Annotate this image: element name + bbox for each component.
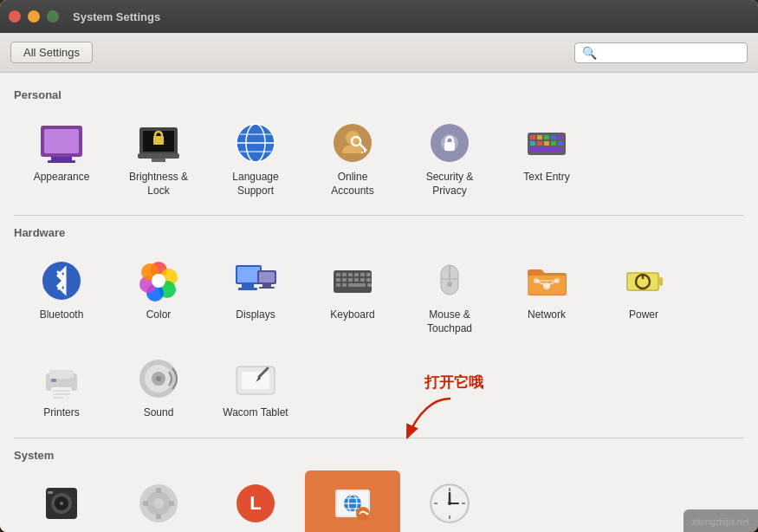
watermark-text: xitongzhijia.net: [692, 517, 749, 527]
svg-rect-54: [259, 287, 275, 289]
system-settings-window: System Settings All Settings 🔍 Personal: [0, 0, 758, 532]
svg-rect-91: [53, 390, 70, 392]
personal-section-grid: Appearance Brightn: [14, 110, 744, 206]
text-entry-icon: [524, 120, 569, 165]
language-support-item[interactable]: LanguageSupport: [208, 110, 303, 206]
svg-rect-29: [551, 135, 556, 139]
sound-item[interactable]: Sound: [111, 346, 206, 429]
backups-icon: [39, 481, 84, 526]
hardware-section-label: Hardware: [14, 226, 744, 239]
wacom-tablet-item[interactable]: Wacom Tablet: [208, 346, 303, 429]
security-privacy-item[interactable]: Security &Privacy: [402, 110, 497, 206]
network-item[interactable]: Network: [499, 248, 594, 344]
svg-rect-70: [348, 283, 366, 287]
svg-rect-63: [342, 278, 347, 282]
network-label: Network: [528, 308, 566, 322]
hardware-system-divider: [14, 438, 744, 438]
svg-rect-64: [348, 278, 353, 282]
all-settings-button[interactable]: All Settings: [10, 42, 93, 63]
svg-rect-59: [354, 273, 359, 276]
printers-icon: [39, 356, 84, 401]
brightness-lock-item[interactable]: Brightness &Lock: [111, 110, 206, 206]
backups-item[interactable]: Backups: [14, 470, 109, 532]
svg-rect-27: [537, 135, 542, 139]
svg-rect-68: [336, 283, 340, 287]
printers-item[interactable]: Printers: [14, 346, 109, 429]
displays-label: Displays: [236, 308, 275, 322]
mouse-touchpad-icon: [427, 258, 472, 303]
security-privacy-icon: [427, 120, 472, 165]
mouse-touchpad-item[interactable]: Mouse &Touchpad: [402, 248, 497, 344]
displays-icon: [233, 258, 278, 303]
displays-item[interactable]: Displays: [208, 248, 303, 344]
minimize-button[interactable]: [28, 10, 40, 23]
color-item[interactable]: Color: [111, 248, 206, 344]
maximize-button[interactable]: [47, 10, 59, 23]
brightness-lock-label: Brightness &Lock: [129, 171, 188, 198]
svg-rect-30: [558, 135, 563, 139]
svg-rect-92: [53, 393, 70, 395]
svg-rect-1: [44, 129, 79, 153]
printers-label: Printers: [43, 406, 79, 420]
svg-rect-66: [360, 278, 365, 282]
appearance-item[interactable]: Appearance: [14, 110, 109, 206]
svg-point-98: [156, 376, 161, 381]
sound-label: Sound: [144, 406, 174, 420]
wacom-tablet-label: Wacom Tablet: [223, 406, 288, 420]
personal-hardware-divider: [14, 215, 744, 216]
svg-rect-34: [551, 141, 556, 146]
svg-rect-61: [366, 273, 371, 276]
watermark: xitongzhijia.net: [683, 509, 758, 532]
content-area: Personal Appearance: [0, 73, 758, 532]
svg-rect-2: [51, 157, 72, 160]
svg-point-134: [448, 502, 451, 505]
software-updates-item[interactable]: Software &Updates: [305, 470, 400, 532]
svg-rect-56: [336, 273, 340, 276]
svg-rect-107: [48, 491, 53, 494]
window-title: System Settings: [73, 10, 749, 23]
text-entry-label: Text Entry: [523, 171, 569, 185]
landscape-service-item[interactable]: L LandscapeService: [208, 470, 303, 532]
svg-rect-26: [530, 135, 535, 139]
svg-rect-6: [138, 153, 179, 159]
time-date-icon: [427, 481, 472, 526]
svg-rect-89: [49, 370, 74, 379]
keyboard-item[interactable]: Keyboard: [305, 248, 400, 344]
power-item[interactable]: Power: [596, 248, 691, 344]
svg-rect-62: [336, 278, 340, 282]
svg-rect-36: [530, 147, 563, 152]
mouse-touchpad-label: Mouse &Touchpad: [427, 308, 472, 335]
online-accounts-icon: [330, 120, 375, 165]
svg-rect-94: [51, 379, 56, 382]
titlebar: System Settings: [0, 0, 758, 33]
system-section-grid: Backups: [14, 470, 744, 532]
svg-rect-3: [48, 160, 75, 163]
toolbar: All Settings 🔍: [0, 33, 758, 73]
color-label: Color: [146, 308, 172, 322]
search-input[interactable]: [602, 46, 741, 59]
svg-rect-111: [156, 488, 161, 493]
wacom-tablet-icon: [233, 356, 278, 401]
svg-rect-24: [444, 142, 455, 151]
brightness-lock-icon: [136, 120, 181, 165]
time-date-item[interactable]: Time & Date: [402, 470, 497, 532]
svg-rect-100: [242, 372, 269, 389]
text-entry-item[interactable]: Text Entry: [499, 110, 594, 206]
online-accounts-label: OnlineAccounts: [331, 171, 373, 198]
svg-rect-58: [348, 273, 353, 276]
close-button[interactable]: [9, 10, 21, 23]
svg-rect-114: [169, 501, 174, 506]
language-support-label: LanguageSupport: [232, 171, 278, 198]
svg-rect-113: [143, 501, 148, 506]
svg-rect-49: [242, 284, 254, 288]
appearance-label: Appearance: [34, 171, 90, 185]
bluetooth-icon: [39, 258, 84, 303]
svg-rect-93: [53, 397, 63, 399]
details-item[interactable]: Details: [111, 470, 206, 532]
svg-rect-35: [558, 141, 563, 146]
bluetooth-item[interactable]: Bluetooth: [14, 248, 109, 344]
svg-rect-31: [530, 141, 535, 146]
color-icon: [136, 258, 181, 303]
svg-point-106: [60, 502, 63, 505]
online-accounts-item[interactable]: OnlineAccounts: [305, 110, 400, 206]
